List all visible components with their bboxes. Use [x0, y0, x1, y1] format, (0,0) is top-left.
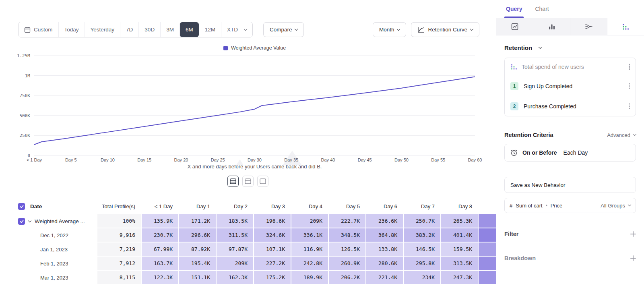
row-date-cell[interactable]: Mar 1, 2023	[0, 271, 97, 285]
range-button-30d[interactable]: 30D	[138, 22, 160, 37]
row-date-cell[interactable]: Weighted Average ...	[0, 214, 97, 228]
retention-value-cell-partial[interactable]	[478, 214, 497, 228]
retention-timing-control[interactable]: On or Before Each Day	[504, 144, 636, 162]
range-button-xtd[interactable]: XTD	[221, 22, 252, 37]
row-date-cell[interactable]: Dec 1, 2022	[0, 228, 97, 242]
retention-value-cell[interactable]: 265.3K	[440, 214, 478, 228]
retention-value-cell[interactable]: 209K	[216, 257, 253, 271]
range-button-6m[interactable]: 6M	[180, 22, 199, 37]
report-section-dropdown[interactable]: Retention	[504, 44, 636, 51]
retention-value-cell[interactable]: 401.4K	[440, 228, 478, 242]
retention-value-cell[interactable]: 87.92K	[178, 242, 216, 257]
retention-value-cell[interactable]: 126.5K	[328, 242, 365, 257]
retention-value-cell[interactable]: 196.6K	[253, 214, 291, 228]
retention-value-cell[interactable]: 107.1K	[253, 242, 291, 257]
retention-value-cell[interactable]: 122.3K	[141, 271, 178, 285]
retention-value-cell[interactable]: 296.6K	[178, 228, 216, 242]
granularity-button[interactable]: Month	[373, 22, 407, 37]
tab-query[interactable]: Query	[506, 0, 522, 18]
table-row: Dec 1, 20229,916230.7K296.6K311.5K324.6K…	[0, 228, 497, 242]
retention-value-cell[interactable]: 227.2K	[253, 257, 291, 271]
bar-chart-icon[interactable]	[533, 18, 570, 35]
main-panel: CustomTodayYesterday7D30D3M6M12MXTD Comp…	[0, 0, 496, 288]
row-date-cell[interactable]: Jan 1, 2023	[0, 242, 97, 257]
groups-dropdown[interactable]: All Groups	[601, 203, 631, 209]
measurement-control[interactable]: # Sum of cart Price All Groups	[504, 198, 636, 213]
retention-value-cell[interactable]: 247.3K	[440, 271, 478, 285]
save-behavior-button[interactable]: Save as New Behavior	[504, 177, 636, 193]
chart-type-button[interactable]: Retention Curve	[411, 22, 479, 37]
retention-value-cell[interactable]: 159.5K	[440, 242, 478, 257]
retention-value-cell[interactable]: 135.9K	[141, 214, 178, 228]
retention-value-cell[interactable]: 151.1K	[178, 271, 216, 285]
range-button-yesterday[interactable]: Yesterday	[85, 22, 120, 37]
y-axis-tick: 1.25M	[17, 53, 30, 58]
retention-value-cell[interactable]: 206.2K	[328, 271, 365, 285]
expand-chevron-icon[interactable]	[28, 219, 31, 222]
add-breakdown-button[interactable]	[630, 255, 636, 261]
select-all-checkbox[interactable]	[18, 203, 25, 210]
retention-value-cell[interactable]: 163.7K	[141, 257, 178, 271]
retention-value-cell[interactable]: 242.8K	[291, 257, 328, 271]
retention-value-cell[interactable]: 221.4K	[365, 271, 403, 285]
kebab-menu-icon[interactable]	[629, 106, 630, 107]
chevron-down-icon	[470, 27, 473, 30]
range-button-today[interactable]: Today	[58, 22, 85, 37]
retention-value-cell-partial[interactable]	[478, 228, 497, 242]
x-axis-tick: Day 5	[65, 157, 77, 162]
insights-icon[interactable]	[496, 18, 533, 35]
retention-value-cell[interactable]: 364.8K	[365, 228, 403, 242]
retention-value-cell-partial[interactable]	[478, 271, 497, 285]
retention-value-cell[interactable]: 146.5K	[403, 242, 440, 257]
compare-button[interactable]: Compare	[263, 22, 304, 37]
retention-value-cell[interactable]: 222.7K	[328, 214, 365, 228]
kebab-menu-icon[interactable]	[629, 66, 630, 68]
add-filter-button[interactable]	[630, 231, 636, 237]
view-toggle-rows[interactable]	[227, 176, 239, 187]
retention-value-cell-partial[interactable]	[478, 242, 497, 257]
view-toggle-single[interactable]	[257, 176, 268, 187]
retention-value-cell[interactable]: 116.9K	[291, 242, 328, 257]
retention-value-cell[interactable]: 348.5K	[328, 228, 365, 242]
retention-line-series[interactable]	[34, 77, 475, 145]
tab-chart[interactable]: Chart	[535, 0, 549, 18]
view-toggle-split[interactable]	[242, 176, 254, 187]
retention-value-cell[interactable]: 67.99K	[141, 242, 178, 257]
retention-value-cell[interactable]: 250.7K	[403, 214, 440, 228]
retention-value-cell[interactable]: 162.3K	[216, 271, 253, 285]
retention-value-cell[interactable]: 171.2K	[178, 214, 216, 228]
row-checkbox[interactable]	[18, 218, 25, 225]
behavior-header[interactable]: Total spend of new users	[505, 58, 636, 76]
advanced-dropdown[interactable]: Advanced	[607, 132, 636, 138]
column-header-date[interactable]: Date	[0, 198, 97, 214]
flows-icon[interactable]	[570, 18, 607, 35]
row-date-cell[interactable]: Feb 1, 2023	[0, 257, 97, 271]
retention-value-cell[interactable]: 324.6K	[253, 228, 291, 242]
retention-icon[interactable]	[607, 18, 644, 35]
range-button-3m[interactable]: 3M	[160, 22, 180, 37]
retention-value-cell[interactable]: 295.8K	[403, 257, 440, 271]
behavior-step-1[interactable]: 1Sign Up Completed	[505, 76, 636, 96]
kebab-menu-icon[interactable]	[629, 85, 630, 87]
behavior-step-2[interactable]: 2Purchase Completed	[505, 96, 636, 116]
retention-value-cell[interactable]: 97.87K	[216, 242, 253, 257]
range-button-12m[interactable]: 12M	[199, 22, 221, 37]
range-button-7d[interactable]: 7D	[120, 22, 138, 37]
retention-value-cell[interactable]: 195.4K	[178, 257, 216, 271]
retention-value-cell[interactable]: 133.8K	[365, 242, 403, 257]
retention-value-cell[interactable]: 234K	[403, 271, 440, 285]
retention-value-cell[interactable]: 313.5K	[440, 257, 478, 271]
retention-value-cell[interactable]: 383.2K	[403, 228, 440, 242]
retention-value-cell[interactable]: 336.1K	[291, 228, 328, 242]
retention-value-cell[interactable]: 183.5K	[216, 214, 253, 228]
retention-value-cell[interactable]: 189.9K	[291, 271, 328, 285]
retention-value-cell[interactable]: 175.2K	[253, 271, 291, 285]
retention-value-cell[interactable]: 236.6K	[365, 214, 403, 228]
retention-value-cell[interactable]: 311.5K	[216, 228, 253, 242]
retention-value-cell[interactable]: 280.6K	[365, 257, 403, 271]
retention-value-cell-partial[interactable]	[478, 257, 497, 271]
retention-value-cell[interactable]: 230.7K	[141, 228, 178, 242]
retention-value-cell[interactable]: 209K	[291, 214, 328, 228]
retention-value-cell[interactable]: 260.9K	[328, 257, 365, 271]
range-button-custom[interactable]: Custom	[19, 22, 58, 37]
